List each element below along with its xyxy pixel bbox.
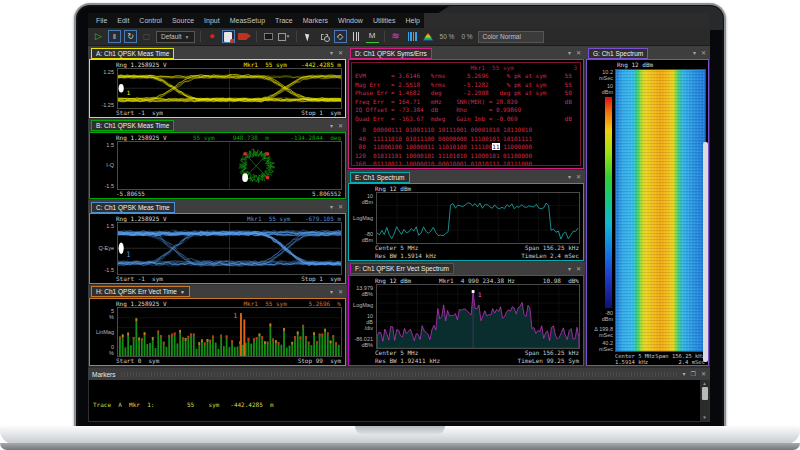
window-c-y-axis: 1.5Q-Eye-1.5 [93,222,117,274]
menu-file[interactable]: File [96,17,107,24]
markers-scrollbar[interactable]: ▲ ▼ [700,380,709,421]
page-background: File Edit Control Source Input MeasSetup… [0,0,800,450]
menu-window[interactable]: Window [338,17,363,24]
svg-text:1: 1 [126,89,130,96]
scroll-down-icon[interactable]: ▼ [702,415,706,420]
marker-table-icon[interactable]: M [366,30,379,43]
menu-utilities[interactable]: Utilities [373,17,396,24]
offset-percent[interactable]: 0 % [459,33,474,40]
window-f-title-label: F: Ch1 QPSK Err Vect Spectrum [355,265,449,272]
menu-trace[interactable]: Trace [275,17,293,24]
menu-source[interactable]: Source [172,17,194,24]
window-g-scrollbar[interactable] [703,142,708,362]
window-a-title[interactable]: A: Ch1 QPSK Meas Time [91,48,174,59]
window-c-minimize-button[interactable]: ▾ [330,204,333,210]
window-c-eye-diagram[interactable]: 1 [117,222,342,274]
marker-row-trace-a[interactable]: Trace A Mkr 1: 55 sym -442.4285 m [93,400,696,410]
window-b-titlebar[interactable]: B: Ch1 QPSK Meas Time ▾✕ [88,119,347,132]
window-e-spectrum-plot[interactable] [376,192,580,243]
color-prism-icon[interactable] [422,30,435,43]
window-h-close-button[interactable]: ✕ [338,289,343,295]
menu-input[interactable]: Input [204,17,220,24]
window-e-minimize-button[interactable]: ▾ [568,174,571,180]
window-g-titlebar[interactable]: G: Ch1 Spectrum ▾✕ [585,46,710,59]
window-h-x-axis: Start 0 symStop 99 sym [90,357,345,365]
markers-titlebar[interactable]: Markers ▾❐✕ [88,368,710,380]
window-g-title[interactable]: G: Ch1 Spectrum [588,48,648,59]
markers-minimize-button[interactable]: ▾ [683,371,686,377]
window-a-titlebar[interactable]: A: Ch1 QPSK Meas Time ▾✕ [88,46,347,59]
color-mode-dropdown[interactable]: Color Normal [478,31,544,43]
menu-help[interactable]: Help [406,17,420,24]
window-g-minimize-button[interactable]: ▾ [693,50,696,56]
markers-close-button[interactable]: ✕ [701,371,706,377]
markers-drag-grip[interactable] [121,372,676,377]
toolbar: ▷ ‖ ↻ ▢ Default▼ ● ▼ ◇ M ≋ 50 % 0 % Colo… [88,28,710,46]
window-b-constellation-plot[interactable] [117,141,342,191]
pointer-tool-icon[interactable] [302,30,315,43]
window-f-title[interactable]: F: Ch1 QPSK Err Vect Spectrum [350,263,454,274]
window-c-titlebar[interactable]: C: Ch1 QPSK Meas Time ▾✕ [88,200,347,213]
window-g-spectrogram-plot[interactable] [615,69,706,352]
window-f-err-vect-spectrum-plot[interactable]: 1 [376,284,580,349]
play-icon[interactable]: ▷ [92,30,105,43]
chevron-down-icon[interactable]: ▼ [180,289,185,295]
window-a-close-button[interactable]: ✕ [338,50,343,56]
lasso-select-icon[interactable]: ▢ [140,30,153,43]
window-c-x-axis: Start -1 symStop 1 sym [90,275,345,283]
marker-tool-icon[interactable]: ◇ [334,30,347,43]
window-e-title[interactable]: E: Ch1 Spectrum [350,172,410,183]
window-f-minimize-button[interactable]: ▾ [568,266,571,272]
window-b-minimize-button[interactable]: ▾ [330,123,333,129]
window-e-range-readout: Rng 12 dBm [375,185,411,192]
window-d-minimize-button[interactable]: ▾ [568,50,571,56]
window-h-titlebar[interactable]: H: Ch1 QPSK Err Vect Time▼ ▾✕ [88,285,347,298]
laptop-base [0,426,800,444]
band-power-icon[interactable] [350,30,363,43]
window-a-eye-diagram[interactable]: 1 [117,68,342,109]
transparency-percent[interactable]: 50 % [438,33,457,40]
pause-icon[interactable]: ‖ [108,30,121,43]
window-b-body: Rng 1.258925 V55 sym 948.738 m -134.2844… [89,132,346,200]
window-d-close-button[interactable]: ✕ [576,50,581,56]
markers-float-button[interactable]: ❐ [691,371,696,377]
svg-text:1: 1 [234,312,238,319]
window-f-titlebar[interactable]: F: Ch1 QPSK Err Vect Spectrum ▾✕ [347,262,585,275]
window-h-minimize-button[interactable]: ▾ [330,289,333,295]
zoom-select-icon[interactable] [318,30,331,43]
laptop-base-notch [355,426,445,435]
window-e-titlebar[interactable]: E: Ch1 Spectrum ▾✕ [347,170,585,183]
window-a-x-axis: Start -1 symStop 1 sym [90,109,345,117]
window-d-title[interactable]: D: Ch1 QPSK Syms/Errs [350,48,432,59]
scroll-up-icon[interactable]: ▲ [702,381,706,386]
menu-edit[interactable]: Edit [117,17,129,24]
window-c-title[interactable]: C: Ch1 QPSK Meas Time [91,202,175,213]
single-window-icon[interactable] [262,30,275,43]
window-h-error-bars-plot[interactable]: 1 [117,307,342,357]
color-scale-bar [605,97,612,308]
window-b-title[interactable]: B: Ch1 QPSK Meas Time [91,120,174,131]
measurement-setup-icon[interactable] [222,30,235,43]
recording-player-icon[interactable] [238,30,251,43]
window-d-symbol-table[interactable]: Mkr1 55 sym3 EVM = 3.6146 %rms 5.2696 % … [351,62,581,166]
window-c-close-button[interactable]: ✕ [338,204,343,210]
spectrogram-icon[interactable]: ≋ [390,30,403,43]
restart-icon[interactable]: ↻ [124,30,137,43]
window-b-close-button[interactable]: ✕ [338,123,343,129]
window-h-title[interactable]: H: Ch1 QPSK Err Vect Time▼ [91,286,190,297]
window-f-close-button[interactable]: ✕ [576,266,581,272]
window-g-close-button[interactable]: ✕ [701,50,706,56]
chevron-down-icon: ▼ [185,34,190,40]
comb-display-icon[interactable] [406,30,419,43]
window-e-close-button[interactable]: ✕ [576,174,581,180]
window-layout-icon[interactable]: ▼ [278,30,291,43]
preset-dropdown[interactable]: Default▼ [156,31,195,43]
menu-meassetup[interactable]: MeasSetup [230,17,265,24]
menu-bar: File Edit Control Source Input MeasSetup… [88,13,710,28]
window-d-titlebar[interactable]: D: Ch1 QPSK Syms/Errs ▾✕ [347,46,585,59]
window-a-minimize-button[interactable]: ▾ [330,50,333,56]
record-icon[interactable]: ● [206,30,219,43]
scrollbar-thumb[interactable] [702,387,708,400]
menu-markers[interactable]: Markers [303,17,328,24]
menu-control[interactable]: Control [139,17,162,24]
